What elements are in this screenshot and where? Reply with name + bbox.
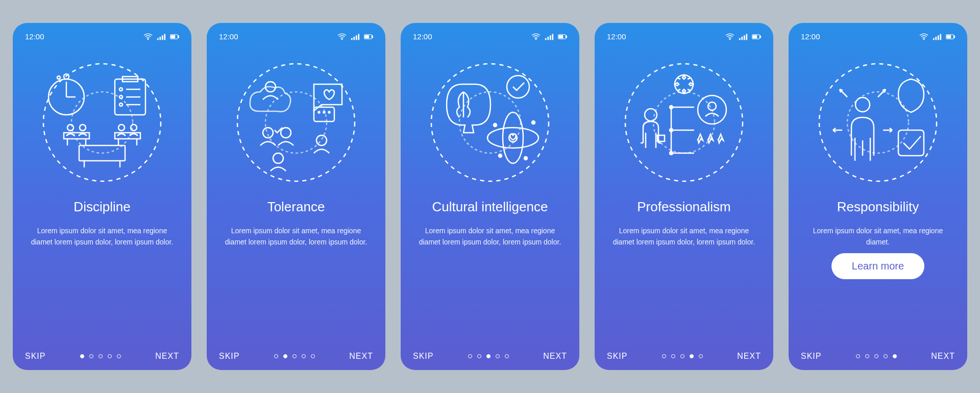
svg-point-94 — [923, 38, 924, 39]
svg-point-0 — [148, 38, 149, 39]
dot-5[interactable] — [505, 354, 509, 358]
dot-3[interactable] — [874, 354, 878, 358]
svg-rect-39 — [358, 34, 359, 40]
dot-2[interactable] — [89, 354, 93, 358]
svg-rect-78 — [753, 35, 757, 38]
dot-1[interactable] — [856, 354, 860, 358]
svg-point-104 — [855, 97, 870, 112]
onboarding-screen-3: 12:00 Cultural intelligence Lorem ipsum … — [401, 23, 579, 370]
battery-icon — [558, 33, 567, 40]
svg-point-33 — [118, 125, 125, 131]
onboarding-screen-4: 12:00 Professionalism Lorem ipsum dolor … — [595, 23, 773, 370]
svg-rect-56 — [547, 37, 549, 40]
wifi-icon — [531, 33, 541, 40]
svg-point-43 — [237, 64, 355, 181]
screen-title: Cultural intelligence — [413, 199, 567, 215]
svg-point-90 — [670, 129, 673, 132]
svg-point-9 — [71, 92, 133, 153]
dot-2[interactable] — [477, 354, 481, 358]
page-indicator — [662, 354, 703, 358]
signal-icon — [545, 33, 554, 40]
status-icons — [725, 33, 761, 40]
status-bar: 12:00 — [801, 32, 955, 41]
dot-2[interactable] — [283, 354, 287, 358]
dot-5[interactable] — [311, 354, 315, 358]
skip-button[interactable]: SKIP — [607, 352, 627, 361]
dot-4[interactable] — [108, 354, 112, 358]
screen-body: Lorem ipsum dolor sit amet, mea regione … — [607, 225, 761, 248]
bottom-nav: SKIP NEXT — [219, 352, 373, 361]
status-bar: 12:00 — [607, 32, 761, 41]
svg-line-105 — [840, 89, 847, 97]
screen-title: Discipline — [25, 199, 179, 215]
next-button[interactable]: NEXT — [155, 352, 179, 361]
dot-4[interactable] — [302, 354, 306, 358]
dot-2[interactable] — [865, 354, 869, 358]
svg-rect-37 — [353, 37, 355, 40]
dot-1[interactable] — [468, 354, 472, 358]
dot-4[interactable] — [884, 354, 888, 358]
next-button[interactable]: NEXT — [931, 352, 955, 361]
status-bar: 12:00 — [25, 32, 179, 41]
dot-3[interactable] — [292, 354, 297, 358]
status-icons — [919, 33, 955, 40]
dot-3[interactable] — [680, 354, 684, 358]
signal-icon — [351, 33, 360, 40]
svg-point-69 — [532, 121, 535, 124]
svg-point-102 — [819, 64, 937, 181]
dot-3[interactable] — [486, 354, 491, 358]
dot-3[interactable] — [99, 354, 103, 358]
learn-more-button[interactable]: Learn more — [831, 253, 924, 279]
battery-icon — [364, 33, 373, 40]
responsibility-icon — [812, 56, 944, 189]
skip-button[interactable]: SKIP — [25, 352, 45, 361]
next-button[interactable]: NEXT — [349, 352, 373, 361]
dot-2[interactable] — [671, 354, 675, 358]
dot-4[interactable] — [496, 354, 500, 358]
discipline-icon — [36, 56, 168, 189]
svg-point-72 — [729, 38, 730, 39]
svg-rect-41 — [365, 35, 369, 38]
screen-body: Lorem ipsum dolor sit amet, mea regione … — [801, 225, 955, 248]
svg-point-28 — [67, 125, 74, 131]
svg-line-106 — [878, 89, 886, 97]
svg-rect-58 — [552, 34, 553, 40]
status-bar: 12:00 — [413, 32, 567, 41]
page-indicator — [274, 354, 315, 358]
dot-1[interactable] — [662, 354, 666, 358]
svg-rect-42 — [372, 35, 373, 37]
next-button[interactable]: NEXT — [543, 352, 567, 361]
svg-rect-95 — [933, 38, 935, 40]
dot-5[interactable] — [699, 354, 703, 358]
status-icons — [143, 33, 179, 40]
battery-icon — [752, 33, 761, 40]
skip-button[interactable]: SKIP — [219, 352, 239, 361]
svg-rect-36 — [351, 38, 353, 40]
status-time: 12:00 — [25, 32, 44, 41]
svg-rect-79 — [760, 35, 761, 37]
skip-button[interactable]: SKIP — [413, 352, 433, 361]
dot-5[interactable] — [893, 354, 897, 358]
svg-point-34 — [131, 125, 137, 131]
skip-button[interactable]: SKIP — [801, 352, 821, 361]
dot-1[interactable] — [80, 354, 84, 358]
svg-rect-1 — [157, 38, 159, 40]
svg-rect-57 — [550, 35, 551, 40]
svg-rect-38 — [356, 35, 357, 40]
next-button[interactable]: NEXT — [737, 352, 761, 361]
svg-rect-73 — [739, 38, 741, 40]
status-time: 12:00 — [801, 32, 820, 41]
svg-point-80 — [625, 64, 743, 181]
battery-icon — [946, 33, 955, 40]
svg-rect-100 — [947, 35, 951, 38]
bottom-nav: SKIP NEXT — [801, 352, 955, 361]
svg-rect-25 — [64, 133, 89, 139]
dot-5[interactable] — [117, 354, 121, 358]
svg-rect-7 — [178, 35, 179, 37]
dot-1[interactable] — [274, 354, 278, 358]
svg-point-70 — [524, 157, 527, 160]
battery-icon — [170, 33, 179, 40]
status-time: 12:00 — [219, 32, 238, 41]
svg-point-89 — [670, 106, 673, 109]
dot-4[interactable] — [690, 354, 694, 358]
